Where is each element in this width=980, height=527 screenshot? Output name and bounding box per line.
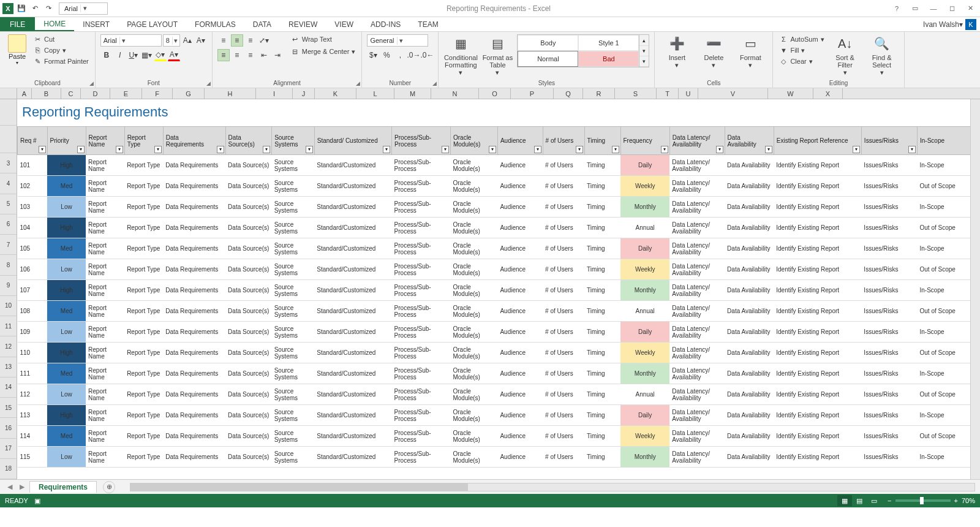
page-layout-view-icon[interactable]: ▤ [852, 495, 867, 506]
cell[interactable]: Issues/Risks [861, 301, 917, 322]
cell[interactable]: Daily [620, 405, 669, 426]
cell[interactable]: Report Name [86, 343, 124, 363]
cell[interactable]: Data Availability [725, 322, 774, 343]
table-row[interactable]: 115LowReport NameReport TypeData Require… [18, 447, 980, 468]
filter-icon[interactable]: ▾ [661, 146, 668, 153]
zoom-slider[interactable] [895, 499, 951, 502]
cell[interactable]: Oracle Module(s) [450, 218, 497, 238]
cell[interactable]: Audience [497, 197, 543, 218]
column-header[interactable]: N [431, 88, 479, 99]
cell[interactable]: Data Availability [725, 301, 774, 322]
align-top-icon[interactable]: ≡ [217, 34, 230, 47]
cell[interactable]: Data Requirements [163, 218, 225, 238]
column-header-cell[interactable]: Source Systems▾ [272, 127, 315, 155]
cell[interactable]: Data Source(s) [225, 322, 272, 343]
cell[interactable]: Data Requirements [163, 259, 225, 280]
cell[interactable]: Report Name [86, 259, 124, 280]
cell[interactable]: Annual [620, 301, 669, 322]
cell[interactable]: Standard/Customized [314, 176, 391, 197]
cell[interactable]: Data Source(s) [225, 426, 272, 447]
undo-icon[interactable]: ↶ [29, 3, 40, 14]
column-header-cell[interactable]: Data Latency/ Availability▾ [669, 127, 725, 155]
cell[interactable]: Process/Sub-Process [392, 363, 451, 384]
cell[interactable]: Issues/Risks [861, 343, 917, 363]
cell[interactable]: Process/Sub-Process [392, 238, 451, 259]
number-launcher-icon[interactable]: ◢ [432, 80, 437, 86]
cell[interactable]: Med [47, 363, 86, 384]
cell[interactable]: Source Systems [272, 176, 315, 197]
column-header[interactable]: V [698, 88, 768, 99]
cell[interactable]: Report Name [86, 447, 124, 468]
row-header[interactable]: 5 [0, 194, 17, 214]
cell[interactable]: Standard/Customized [314, 238, 391, 259]
cell[interactable]: Monthly [620, 447, 669, 468]
cell[interactable]: Issues/Risks [861, 280, 917, 301]
cell[interactable]: Process/Sub-Process [392, 405, 451, 426]
cell[interactable]: Identify Existing Report [774, 384, 861, 405]
filter-icon[interactable]: ▾ [154, 146, 162, 153]
cell[interactable]: Data Latency/ Availability [669, 301, 725, 322]
cell[interactable]: Data Availability [725, 259, 774, 280]
delete-cells-button[interactable]: ➖Delete▾ [696, 34, 731, 69]
tab-file[interactable]: FILE [0, 17, 35, 31]
filter-icon[interactable]: ▾ [306, 146, 313, 153]
sheet-nav-prev-icon[interactable]: ◀ [5, 482, 15, 492]
column-header[interactable]: S [615, 88, 657, 99]
account-name[interactable]: Ivan Walsh ▾K [919, 17, 980, 31]
cell[interactable]: Oracle Module(s) [450, 238, 497, 259]
cell[interactable]: Process/Sub-Process [392, 426, 451, 447]
qat-font-dropdown[interactable]: Arial▾ [59, 2, 108, 15]
column-header[interactable]: W [768, 88, 813, 99]
cell[interactable]: High [47, 280, 86, 301]
fill-button[interactable]: ▼Fill ▾ [778, 45, 825, 55]
sheet-nav-next-icon[interactable]: ▶ [17, 482, 27, 492]
cell[interactable]: Report Type [124, 363, 163, 384]
cell[interactable]: Audience [497, 280, 543, 301]
cell[interactable]: Timing [584, 218, 620, 238]
cell[interactable]: Audience [497, 301, 543, 322]
cell[interactable]: Audience [497, 238, 543, 259]
fill-color-button[interactable]: ◇▾ [154, 49, 167, 61]
tab-review[interactable]: REVIEW [280, 17, 326, 31]
cell[interactable]: High [47, 405, 86, 426]
number-format-dropdown[interactable]: General▾ [367, 34, 428, 47]
cell[interactable]: # of Users [543, 384, 584, 405]
cell[interactable]: Source Systems [272, 384, 315, 405]
minimize-icon[interactable]: — [926, 2, 941, 15]
filter-icon[interactable]: ▾ [39, 146, 46, 153]
style-bad[interactable]: Bad [578, 51, 639, 67]
cell[interactable]: Identify Existing Report [774, 197, 861, 218]
cell[interactable]: 113 [18, 405, 48, 426]
cell[interactable]: Source Systems [272, 218, 315, 238]
cell[interactable]: Identify Existing Report [774, 343, 861, 363]
cell[interactable]: Data Source(s) [225, 259, 272, 280]
table-row[interactable]: 109LowReport NameReport TypeData Require… [18, 322, 980, 343]
row-header[interactable]: 15 [0, 398, 17, 418]
row-header[interactable]: 8 [0, 255, 17, 275]
cell[interactable]: Monthly [620, 197, 669, 218]
cell[interactable]: Standard/Customized [314, 405, 391, 426]
cell[interactable]: 106 [18, 259, 48, 280]
cell[interactable]: Oracle Module(s) [450, 322, 497, 343]
cell[interactable]: Source Systems [272, 322, 315, 343]
column-header[interactable]: M [394, 88, 431, 99]
column-header-cell[interactable]: Data Source(s)▾ [225, 127, 272, 155]
column-header-cell[interactable]: Timing▾ [584, 127, 620, 155]
cell[interactable]: Report Type [124, 343, 163, 363]
font-color-button[interactable]: A▾ [168, 49, 180, 61]
cell[interactable]: Data Requirements [163, 301, 225, 322]
row-header[interactable]: 7 [0, 235, 17, 255]
row-header[interactable]: 16 [0, 418, 17, 438]
style-style1[interactable]: Style 1 [578, 35, 639, 51]
cell[interactable]: Report Type [124, 155, 163, 176]
cell[interactable]: Oracle Module(s) [450, 343, 497, 363]
cell[interactable]: Timing [584, 280, 620, 301]
close-icon[interactable]: ✕ [963, 2, 978, 15]
font-size-dropdown[interactable]: 8▾ [163, 34, 180, 47]
cell[interactable]: Data Source(s) [225, 363, 272, 384]
cell[interactable]: Monthly [620, 280, 669, 301]
cell[interactable]: Low [47, 447, 86, 468]
row-header[interactable] [0, 126, 17, 153]
cell[interactable]: Issues/Risks [861, 447, 917, 468]
column-header[interactable]: U [679, 88, 698, 99]
